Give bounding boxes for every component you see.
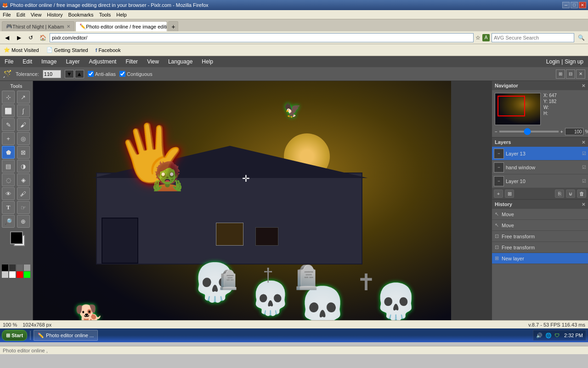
search-input[interactable] (492, 33, 574, 42)
history-item-4[interactable]: ⊞ New layer (492, 253, 588, 264)
tool-extra[interactable]: ⊕ (17, 215, 30, 228)
color-swatch-4[interactable] (2, 271, 8, 278)
app-menu-edit[interactable]: Edit (18, 58, 37, 66)
contiguous-checkbox[interactable] (119, 71, 125, 77)
taskbar-task-0[interactable]: ✏️ Photo editor online ... (34, 330, 98, 341)
tool-rect-select[interactable]: ⬜ (2, 104, 15, 117)
tool-lasso[interactable]: ∫ (17, 104, 30, 117)
app-menu-view[interactable]: View (142, 58, 164, 66)
tool-sharpen[interactable]: ◈ (17, 173, 30, 186)
bookmark-getting-started[interactable]: 📄 Getting Started (45, 46, 90, 54)
history-item-3[interactable]: ⊡ Free transform (492, 242, 588, 253)
view-option-1[interactable]: ⊞ (556, 69, 565, 79)
layer-delete-button[interactable]: 🗑 (577, 190, 586, 198)
refresh-button[interactable]: ↺ (26, 33, 36, 43)
tool-gradient[interactable]: ▤ (2, 160, 15, 172)
tolerance-increment[interactable]: ▲ (75, 70, 84, 78)
layer-item-2[interactable]: ▪▪ Layer 10 ☑ (492, 174, 588, 188)
maximize-button[interactable]: □ (571, 2, 578, 8)
signup-link[interactable]: Sign up (565, 58, 583, 65)
bookmark-facebook[interactable]: f Facebook (94, 46, 123, 54)
app-menu-adjustment[interactable]: Adjustment (84, 58, 121, 66)
app-menu-image[interactable]: Image (37, 58, 61, 66)
home-button[interactable]: 🏠 (38, 33, 48, 43)
layer-add-button[interactable]: + (494, 190, 503, 198)
tolerance-input[interactable] (43, 70, 61, 78)
tool-move[interactable]: ⊹ (2, 91, 15, 104)
zoom-slider[interactable] (499, 131, 559, 132)
navigator-close[interactable]: ✕ (582, 83, 585, 88)
layers-close[interactable]: ✕ (582, 140, 585, 145)
layer-group-button[interactable]: ⊞ (505, 190, 514, 198)
canvas-image[interactable]: 🦅 🖐 💀 💀 💀 💀 🪦 † 🪦 ✝ (33, 81, 451, 320)
zoom-input[interactable] (565, 128, 583, 135)
history-item-2[interactable]: ⊡ Free transform (492, 231, 588, 242)
layer-item-0[interactable]: ▪▪ Layer 13 ☑ (492, 147, 588, 161)
login-link[interactable]: Login (546, 58, 560, 65)
forward-button[interactable]: ▶ (14, 33, 24, 43)
navigator-panel-header[interactable]: Navigator ✕ (492, 81, 588, 90)
tool-zoom[interactable]: 🔎 (2, 215, 15, 228)
menu-help[interactable]: Help (113, 11, 130, 18)
search-button[interactable]: 🔍 (576, 33, 586, 43)
app-menu-help[interactable]: Help (197, 58, 218, 66)
app-menu-language[interactable]: Language (164, 58, 197, 66)
menu-file[interactable]: File (0, 11, 14, 18)
canvas-area[interactable]: 🦅 🖐 💀 💀 💀 💀 🪦 † 🪦 ✝ (33, 81, 492, 320)
tool-hand[interactable]: ☞ (17, 201, 30, 214)
color-swatch-0[interactable] (2, 264, 8, 271)
tool-text[interactable]: T (2, 201, 15, 214)
history-close[interactable]: ✕ (582, 202, 585, 207)
menu-tools[interactable]: Tools (96, 11, 114, 18)
tool-dodge[interactable]: ◑ (17, 160, 30, 172)
tool-brush[interactable]: 🖌 (17, 118, 30, 131)
color-swatch-6[interactable] (17, 271, 23, 278)
menu-bookmarks[interactable]: Bookmarks (66, 11, 96, 18)
tool-heal[interactable]: + (2, 132, 15, 145)
color-swatch-7[interactable] (24, 271, 30, 278)
layer-visibility-2[interactable]: ☑ (582, 178, 586, 184)
menu-view[interactable]: View (28, 11, 45, 18)
view-option-3[interactable]: ✕ (576, 69, 585, 79)
tool-clone[interactable]: ◎ (17, 132, 30, 145)
color-swatch-5[interactable] (9, 271, 16, 278)
tool-erase[interactable]: ⊠ (17, 146, 30, 159)
tab-1[interactable]: ✏️ Photo editor online / free image edit… (75, 21, 167, 31)
back-button[interactable]: ◀ (2, 33, 12, 43)
color-swatch-2[interactable] (17, 264, 23, 271)
anti-alias-checkbox[interactable] (88, 71, 94, 77)
tab-0-close[interactable]: ✕ (67, 24, 70, 29)
star-icon[interactable]: ☆ (475, 34, 481, 41)
history-item-0[interactable]: ↖ Move (492, 209, 588, 220)
tool-redeye[interactable]: 👁 (2, 187, 15, 200)
layers-panel-header[interactable]: Layers ✕ (492, 138, 588, 147)
url-input[interactable] (50, 33, 474, 42)
tool-blur[interactable]: ◌ (2, 173, 15, 186)
app-menu-filter[interactable]: Filter (121, 58, 142, 66)
tool-pencil[interactable]: ✎ (2, 118, 15, 131)
layer-copy-button[interactable]: ⎘ (555, 190, 564, 198)
tolerance-decrement[interactable]: ▼ (65, 70, 74, 78)
app-menu-file[interactable]: File (0, 58, 18, 66)
start-button[interactable]: ⊞ Start (2, 330, 27, 341)
layer-item-1[interactable]: ▪▪ hand window ☑ (492, 161, 588, 174)
zoom-in-icon[interactable]: + (560, 129, 563, 134)
minimize-button[interactable]: ─ (562, 2, 570, 8)
app-menu-layer[interactable]: Layer (61, 58, 84, 66)
menu-history[interactable]: History (44, 11, 65, 18)
zoom-out-icon[interactable]: − (495, 129, 498, 134)
history-item-1[interactable]: ↖ Move (492, 220, 588, 231)
foreground-color[interactable] (10, 231, 23, 244)
new-tab-button[interactable]: + (168, 21, 178, 31)
tab-0[interactable]: 🎮 Thirst of Night | Kabam ✕ (2, 21, 74, 31)
color-swatch-1[interactable] (9, 264, 16, 271)
tool-pen[interactable]: 🖋 (17, 187, 30, 200)
tool-transform[interactable]: ↗ (17, 91, 30, 104)
bookmark-most-visited[interactable]: ⭐ Most Visited (2, 46, 41, 54)
layer-visibility-1[interactable]: ☑ (582, 165, 586, 170)
history-panel-header[interactable]: History ✕ (492, 200, 588, 209)
color-swatch-3[interactable] (24, 264, 30, 271)
layer-visibility-0[interactable]: ☑ (582, 151, 586, 156)
layer-merge-button[interactable]: ⊌ (566, 190, 575, 198)
tool-fill[interactable]: ⬟ (2, 146, 15, 159)
